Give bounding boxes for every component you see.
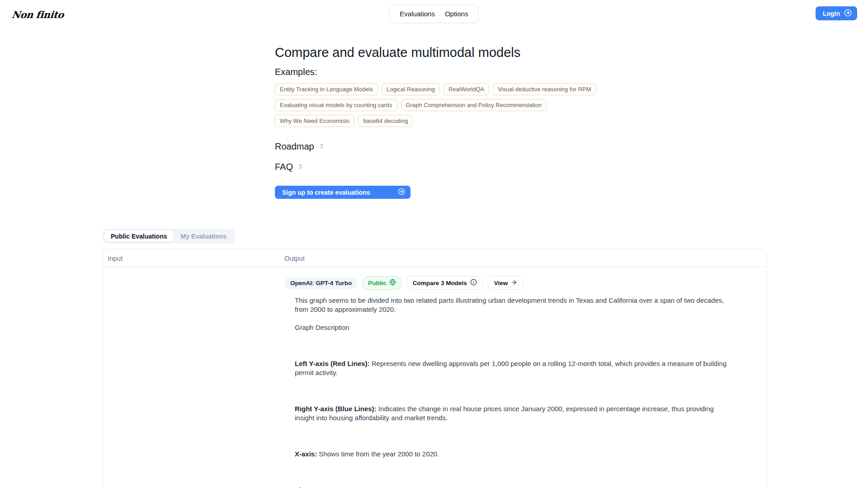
compare-models-button[interactable]: Compare 3 Models bbox=[406, 276, 483, 290]
page-title: Compare and evaluate multimodal models bbox=[275, 44, 597, 61]
output-paragraph: Graph Description bbox=[295, 323, 734, 332]
top-header: Non finito Evaluations Options Login bbox=[0, 0, 868, 27]
output-paragraph: This graph seems to be divided into two … bbox=[295, 296, 734, 314]
nav-item-options[interactable]: Options bbox=[445, 10, 468, 18]
example-chip[interactable]: Evaluating visual models by counting car… bbox=[275, 99, 397, 111]
arrow-right-icon bbox=[511, 279, 517, 287]
table-row: OpenAI: GPT-4 Turbo Public Compare 3 Mod… bbox=[103, 267, 766, 488]
model-output-text: This graph seems to be divided into two … bbox=[295, 296, 734, 488]
example-chip[interactable]: Why We Need Economists bbox=[275, 115, 354, 127]
example-chip[interactable]: Logical Reasoning bbox=[382, 83, 440, 95]
table-header-row: Input Output bbox=[103, 249, 766, 267]
examples-label: Examples: bbox=[275, 67, 597, 77]
examples-chip-list: Entity Tracking in Language Models Logic… bbox=[275, 83, 597, 127]
tab-my-evaluations[interactable]: My Evaluations bbox=[174, 230, 233, 242]
view-label: View bbox=[494, 280, 508, 286]
evaluations-section: Public Evaluations My Evaluations Input … bbox=[103, 229, 767, 488]
chevrons-up-down-icon bbox=[297, 163, 303, 171]
example-chip[interactable]: RealWorldQA bbox=[443, 83, 489, 95]
evaluations-table: Input Output OpenAI: GPT-4 Turbo Public bbox=[103, 249, 767, 488]
hero-section: Compare and evaluate multimodal models E… bbox=[275, 44, 597, 199]
compare-models-label: Compare 3 Models bbox=[413, 280, 467, 286]
signup-button[interactable]: Sign up to create evaluations bbox=[275, 186, 410, 199]
faq-toggle[interactable]: FAQ bbox=[275, 162, 303, 172]
input-cell bbox=[103, 267, 284, 488]
example-chip[interactable]: Graph Comprehension and Policy Recommend… bbox=[401, 99, 547, 111]
example-chip[interactable]: Entity Tracking in Language Models bbox=[275, 83, 378, 95]
tab-public-evaluations[interactable]: Public Evaluations bbox=[104, 230, 173, 242]
output-paragraph: X-axis: Shows time from the year 2000 to… bbox=[295, 450, 734, 459]
roadmap-label: Roadmap bbox=[275, 141, 314, 152]
output-paragraph: Lines: bbox=[295, 486, 734, 488]
info-icon bbox=[470, 279, 477, 287]
login-button[interactable]: Login bbox=[816, 6, 857, 20]
view-button[interactable]: View bbox=[488, 276, 524, 290]
globe-icon bbox=[389, 279, 396, 287]
model-badge: OpenAI: GPT-4 Turbo bbox=[284, 277, 358, 289]
chevrons-up-down-icon bbox=[319, 143, 325, 151]
brand-logo[interactable]: Non finito bbox=[11, 9, 64, 20]
example-chip[interactable]: base64 decoding bbox=[358, 115, 413, 127]
output-paragraph: Right Y-axis (Blue Lines): Indicates the… bbox=[295, 404, 734, 422]
signup-label: Sign up to create evaluations bbox=[282, 189, 370, 196]
column-header-output: Output bbox=[284, 254, 766, 262]
arrow-right-circle-icon bbox=[844, 9, 852, 18]
nav-item-evaluations[interactable]: Evaluations bbox=[400, 10, 435, 18]
login-label: Login bbox=[823, 10, 840, 17]
main-nav: Evaluations Options bbox=[389, 5, 478, 23]
evaluations-tabs: Public Evaluations My Evaluations bbox=[103, 229, 235, 244]
output-badges: OpenAI: GPT-4 Turbo Public Compare 3 Mod… bbox=[284, 276, 766, 290]
arrow-right-circle-icon bbox=[398, 188, 405, 197]
roadmap-toggle[interactable]: Roadmap bbox=[275, 141, 325, 152]
main-content: Compare and evaluate multimodal models E… bbox=[0, 44, 868, 488]
output-paragraph: Left Y-axis (Red Lines): Represents new … bbox=[295, 359, 734, 377]
output-cell: OpenAI: GPT-4 Turbo Public Compare 3 Mod… bbox=[284, 267, 766, 488]
visibility-badge: Public bbox=[362, 276, 402, 290]
column-header-input: Input bbox=[103, 254, 284, 262]
visibility-label: Public bbox=[368, 280, 387, 286]
example-chip[interactable]: Visual deductive reasoning for RPM bbox=[493, 83, 596, 95]
faq-label: FAQ bbox=[275, 162, 293, 172]
